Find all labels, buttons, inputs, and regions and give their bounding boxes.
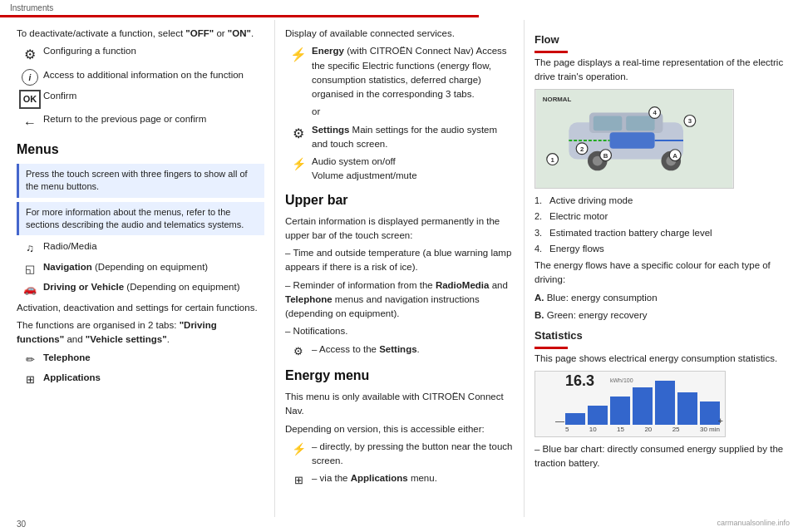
svg-text:B: B: [603, 152, 608, 160]
ok-icon: OK: [17, 89, 43, 109]
nav-text: Navigation (Depending on equipment): [43, 260, 264, 274]
configure-text: Configuring a function: [43, 44, 264, 58]
activation-text: Activation, deactivation and settings fo…: [17, 301, 264, 315]
header-bar: Instruments: [0, 0, 798, 15]
applications-text: Applications: [43, 371, 264, 385]
statistics-divider: [534, 347, 568, 349]
x-label-5: 25: [672, 425, 680, 435]
direct-bolt-icon: ⚡: [285, 440, 312, 458]
info-box-1: Press the touch screen with three finger…: [17, 164, 264, 198]
energy-text: Energy (with CITROËN Connect Nav) Access…: [312, 44, 514, 101]
energy-chart: 16.3 kWh/100 5 10 15 20 25 30 min — +: [534, 371, 726, 437]
return-text: Return to the previous page or confirm: [43, 112, 264, 126]
footer-page-number: 30: [17, 520, 26, 529]
svg-rect-5: [626, 116, 654, 131]
list-item-3: 3. Estimated traction battery charge lev…: [534, 226, 788, 240]
svg-text:2: 2: [580, 145, 584, 153]
settings-access-text: – Access to the Settings.: [312, 342, 514, 357]
statistics-heading: Statistics: [534, 328, 788, 344]
icon-row-confirm: OK Confirm: [17, 89, 264, 109]
chart-minus: —: [555, 414, 564, 428]
watermark: carmanualsonline.info: [717, 519, 790, 527]
header-title: Instruments: [10, 3, 53, 12]
flow-type-b: B. Green: energy recovery: [534, 308, 788, 323]
icon-row-audio: ⚡ Audio system on/offVolume adjustment/m…: [285, 155, 514, 184]
audio-icon: ⚡: [285, 155, 312, 173]
upper-bar-heading: Upper bar: [285, 190, 514, 210]
radio-text: Radio/Media: [43, 239, 264, 254]
via-app-grid-icon: ⊞: [285, 471, 312, 489]
list-num-3: 3.: [534, 226, 549, 240]
icon-row-radio: ♫ Radio/Media: [17, 239, 264, 257]
list-item-4: 4. Energy flows: [534, 242, 788, 256]
display-text: Display of available connected services.: [285, 27, 514, 41]
chart-unit: kWh/100: [610, 377, 633, 386]
header-red-line: [0, 15, 798, 17]
upper-bar-item-3: – Notifications.: [285, 324, 514, 338]
chart-note: – Blue bar chart: directly consumed ener…: [534, 442, 788, 471]
car-diagram: NORMAL 1 2: [534, 89, 734, 189]
list-text-4: Energy flows: [549, 242, 604, 256]
settings-access-icon: ⚙: [285, 342, 312, 360]
audio-text: Audio system on/offVolume adjustment/mut…: [312, 155, 514, 184]
icon-row-driving: 🚗 Driving or Vehicle (Depending on equip…: [17, 280, 264, 298]
or-text: or: [312, 105, 514, 119]
icon-row-configure: ⚙ Configuring a function: [17, 44, 264, 65]
right-column: Flow The page displays a real-time repre…: [524, 20, 798, 517]
statistics-text: This page shows electrical energy consum…: [534, 352, 788, 366]
x-label-6: 30 min: [700, 425, 720, 435]
back-icon: ←: [17, 112, 43, 133]
chart-bar-2: [588, 406, 608, 424]
svg-text:4: 4: [653, 109, 657, 116]
telephone-text: Telephone: [43, 351, 264, 365]
list-text-2: Electric motor: [549, 209, 608, 224]
icon-row-direct: ⚡ – directly, by pressing the button nea…: [285, 440, 514, 469]
gear-icon: ⚙: [17, 44, 43, 65]
energy-menu-text-2: Depending on version, this is accessible…: [285, 422, 514, 436]
svg-rect-4: [594, 116, 622, 131]
car-icon: 🚗: [17, 280, 43, 298]
x-label-1: 5: [565, 425, 569, 435]
list-item-2: 2. Electric motor: [534, 209, 788, 224]
upper-bar-item-1: – Time and outside temperature (a blue w…: [285, 246, 514, 275]
info-box-2: For more information about the menus, re…: [17, 202, 264, 236]
chart-bar-6: [677, 392, 697, 425]
list-item-1: 1. Active driving mode: [534, 194, 788, 208]
info-box-2-text: For more information about the menus, re…: [26, 207, 244, 229]
left-column: To deactivate/activate a function, selec…: [0, 20, 274, 517]
upper-bar-text: Certain information is displayed permane…: [285, 214, 514, 244]
icon-row-settings: ⚙ Settings Main settings for the audio s…: [285, 123, 514, 152]
list-num-1: 1.: [534, 194, 549, 208]
direct-text: – directly, by pressing the button near …: [312, 440, 514, 469]
energy-menu-heading: Energy menu: [285, 366, 514, 386]
upper-bar-item-2: – Reminder of information from the Radio…: [285, 278, 514, 322]
flow-heading: Flow: [534, 32, 788, 48]
svg-text:A: A: [672, 152, 677, 160]
chart-plus: +: [718, 414, 723, 428]
chart-bar-1: [565, 413, 585, 425]
grid-icon: ⊞: [17, 371, 43, 388]
icon-row-return: ← Return to the previous page or confirm: [17, 112, 264, 133]
menus-heading: Menus: [17, 140, 264, 160]
chart-bar-5: [655, 381, 675, 425]
svg-text:NORMAL: NORMAL: [543, 96, 572, 103]
energy-flows-text: The energy flows have a specific colour …: [534, 259, 788, 288]
settings-gear-icon: ⚙: [285, 123, 312, 144]
intro-text: To deactivate/activate a function, selec…: [17, 27, 264, 41]
icon-row-nav: ◱ Navigation (Depending on equipment): [17, 260, 264, 278]
list-num-4: 4.: [534, 242, 549, 256]
flow-text: The page displays a real-time representa…: [534, 56, 788, 85]
list-text-3: Estimated traction battery charge level: [549, 226, 712, 240]
middle-column: Display of available connected services.…: [274, 20, 524, 517]
energy-menu-text-1: This menu is only available with CITROËN…: [285, 390, 514, 419]
icon-row-energy: ⚡ Energy (with CITROËN Connect Nav) Acce…: [285, 44, 514, 101]
icon-row-info: i Access to additional information on th…: [17, 68, 264, 86]
icon-row-settings-access: ⚙ – Access to the Settings.: [285, 342, 514, 360]
info-text: Access to additional information on the …: [43, 68, 264, 82]
flow-divider: [534, 51, 568, 53]
settings-text: Settings Main settings for the audio sys…: [312, 123, 514, 152]
nav-icon: ◱: [17, 260, 43, 278]
chart-x-labels: 5 10 15 20 25 30 min: [565, 425, 720, 435]
driving-text: Driving or Vehicle (Depending on equipme…: [43, 280, 264, 294]
chart-value: 16.3: [565, 373, 594, 388]
